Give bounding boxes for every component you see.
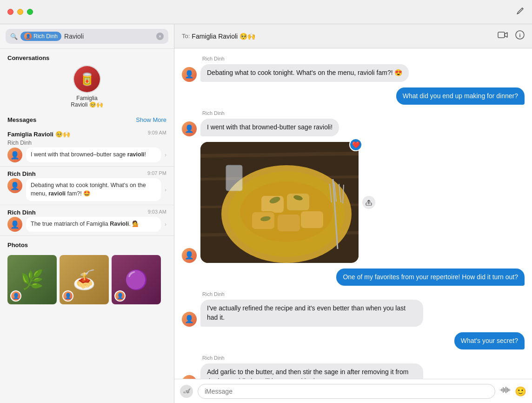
bubble-8: Add garlic to the butter, and then stir … — [200, 363, 423, 379]
sidebar-content: Conversations 🥫 FamigliaRavioli 🥺🙌 Messa… — [0, 49, 174, 403]
audio-waveform-icon[interactable] — [500, 386, 510, 396]
message-result-3-header: Rich Dinh 9:03 AM — [7, 209, 166, 216]
search-inner[interactable]: 🔍 👤 Rich Dinh Ravioli × — [6, 29, 168, 44]
sender-name-1: Rich Dinh — [200, 56, 409, 61]
compose-button[interactable] — [516, 7, 525, 17]
svg-rect-24 — [226, 165, 242, 191]
group-avatar: 🥫 — [73, 65, 101, 93]
chat-image[interactable] — [200, 142, 359, 263]
message-result-2-time: 9:07 PM — [147, 170, 166, 177]
bubble-5: One of my favorites from your repertoire… — [336, 269, 525, 286]
bubble-7: What's your secret? — [454, 332, 525, 350]
msg-row-2: What did you end up making for dinner? — [182, 87, 525, 105]
message-result-3[interactable]: Rich Dinh 9:03 AM 👤 The true matriarch o… — [0, 205, 174, 236]
message-result-1-header: Famiglia Ravioli 🥺🙌 Rich Dinh 9:09 AM — [7, 130, 166, 147]
message-result-2-header: Rich Dinh 9:07 PM — [7, 170, 166, 177]
messages-section-header: Messages Show More — [0, 112, 174, 126]
show-more-button[interactable]: Show More — [136, 116, 166, 123]
photos-header: Photos — [0, 236, 174, 252]
msg-group-8: Rich Dinh Add garlic to the butter, and … — [200, 355, 423, 379]
svg-line-4 — [200, 154, 359, 156]
message-result-1-preview: I went with that browned–butter sage rav… — [26, 148, 161, 162]
sender-name-8: Rich Dinh — [200, 355, 423, 361]
reaction-badge[interactable]: ❤️ — [349, 138, 362, 151]
chevron-right-icon-3: › — [165, 221, 166, 228]
photo-3-sender: 👤 — [114, 290, 126, 302]
contact-pill[interactable]: 👤 Rich Dinh — [20, 32, 61, 41]
maximize-button[interactable] — [27, 9, 33, 15]
msg-row-5: One of my favorites from your repertoire… — [182, 269, 525, 286]
messages-list: 👤 Rich Dinh Debating what to cook tonigh… — [174, 48, 532, 379]
bubble-6: I've actually refined the recipe and it'… — [200, 300, 423, 326]
message-result-3-body: 👤 The true matriarch of Famiglia Ravioli… — [7, 217, 166, 232]
message-result-1-name: Famiglia Ravioli 🥺🙌 — [7, 131, 70, 138]
info-icon[interactable]: i — [515, 30, 525, 42]
image-message-wrap: ❤️ — [200, 142, 359, 263]
photos-section: 🌿 👤 🍝 👤 🟣 👤 — [0, 255, 174, 312]
message-result-1-time: 9:09 AM — [148, 130, 166, 147]
message-result-2-body: 👤 Debating what to cook tonight. What's … — [7, 178, 166, 201]
message-result-3-time: 9:03 AM — [148, 209, 166, 216]
contact-avatar: 👤 — [24, 33, 32, 40]
message-result-3-name: Rich Dinh — [7, 209, 36, 216]
msg-row-1: 👤 Rich Dinh Debating what to cook tonigh… — [182, 56, 525, 82]
bubble-2: What did you end up making for dinner? — [396, 87, 525, 105]
msg-avatar-3: 👤 — [182, 121, 197, 136]
chat-recipient: Famiglia Ravioli 🥺🙌 — [192, 33, 255, 40]
messages-header: Messages — [7, 116, 36, 123]
title-bar — [0, 0, 532, 24]
photo-1[interactable]: 🌿 👤 — [7, 255, 57, 304]
message-input[interactable] — [198, 384, 495, 399]
msg-group-2: What did you end up making for dinner? — [396, 87, 525, 105]
msg-group-7: What's your secret? — [454, 332, 525, 350]
contact-pill-label: Rich Dinh — [33, 33, 58, 40]
message-result-3-avatar: 👤 — [7, 217, 22, 232]
close-button[interactable] — [7, 9, 13, 15]
minimize-button[interactable] — [17, 9, 23, 15]
msg-group-4: ❤️ — [200, 142, 359, 263]
msg-row-6: 👤 Rich Dinh I've actually refined the re… — [182, 291, 525, 326]
msg-avatar-6: 👤 — [182, 312, 197, 327]
msg-row-7: What's your secret? — [182, 332, 525, 350]
chat-header: To: Famiglia Ravioli 🥺🙌 i — [174, 24, 532, 48]
svg-rect-0 — [498, 32, 505, 38]
conversations-section: 🥫 FamigliaRavioli 🥺🙌 — [0, 65, 174, 112]
search-query-text: Ravioli — [64, 33, 153, 40]
window-controls — [0, 9, 33, 15]
sender-name-6: Rich Dinh — [200, 291, 423, 297]
msg-row-8: 👤 Rich Dinh Add garlic to the butter, an… — [182, 355, 525, 379]
msg-group-1: Rich Dinh Debating what to cook tonight.… — [200, 56, 409, 82]
chevron-right-icon-2: › — [165, 187, 166, 193]
photo-2[interactable]: 🍝 👤 — [60, 255, 109, 304]
search-clear-button[interactable]: × — [156, 33, 164, 40]
emoji-icon[interactable]: 🙂 — [515, 386, 526, 397]
photo-2-sender: 👤 — [62, 290, 73, 302]
sender-name-3: Rich Dinh — [200, 110, 339, 116]
message-result-1-body: 👤 I went with that browned–butter sage r… — [7, 148, 166, 162]
message-result-2[interactable]: Rich Dinh 9:07 PM 👤 Debating what to coo… — [0, 167, 174, 205]
bubble-1: Debating what to cook tonight. What's on… — [200, 64, 409, 82]
group-conversation-item[interactable]: 🥫 FamigliaRavioli 🥺🙌 — [7, 65, 166, 108]
msg-row-4: 👤 — [182, 142, 525, 263]
video-call-icon[interactable] — [498, 31, 508, 41]
app-body: 🔍 👤 Rich Dinh Ravioli × Conversations 🥫 … — [0, 24, 532, 403]
share-icon-button[interactable] — [362, 196, 375, 209]
bubble-3: I went with that browned-butter sage rav… — [200, 119, 339, 136]
msg-avatar-8: 👤 — [182, 375, 197, 379]
message-result-3-preview: The true matriarch of Famiglia Ravioli. … — [26, 217, 161, 232]
chat-to-label: To: — [182, 33, 190, 40]
msg-group-3: Rich Dinh I went with that browned-butte… — [200, 110, 339, 136]
search-icon: 🔍 — [10, 33, 18, 40]
photo-3[interactable]: 🟣 👤 — [112, 255, 161, 304]
group-name: FamigliaRavioli 🥺🙌 — [71, 95, 103, 108]
input-bar: 𝒜 🙂 — [174, 379, 532, 403]
msg-row-3: 👤 Rich Dinh I went with that browned-but… — [182, 110, 525, 136]
app-store-button[interactable]: 𝒜 — [180, 385, 193, 398]
msg-avatar-1: 👤 — [182, 67, 197, 82]
photo-1-sender: 👤 — [10, 290, 21, 302]
message-result-1[interactable]: Famiglia Ravioli 🥺🙌 Rich Dinh 9:09 AM 👤 … — [0, 126, 174, 167]
svg-text:i: i — [519, 33, 520, 38]
search-bar: 🔍 👤 Rich Dinh Ravioli × — [0, 24, 174, 49]
photos-grid: 🌿 👤 🍝 👤 🟣 👤 — [7, 255, 166, 304]
msg-group-5: One of my favorites from your repertoire… — [336, 269, 525, 286]
